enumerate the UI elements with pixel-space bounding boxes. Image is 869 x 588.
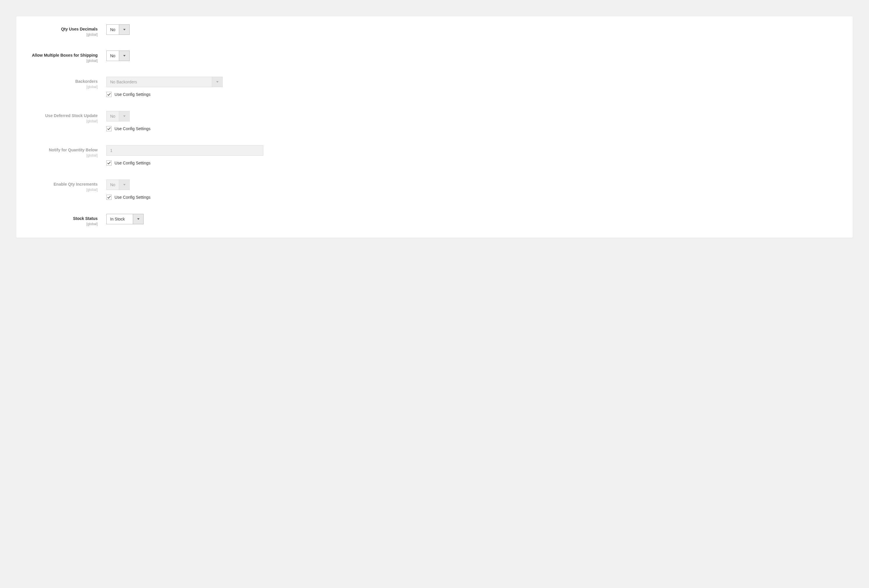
chevron-down-icon xyxy=(119,51,129,61)
use-config-label[interactable]: Use Config Settings xyxy=(114,126,151,131)
notify-qty-use-config: Use Config Settings xyxy=(106,160,269,166)
deferred-stock-use-config: Use Config Settings xyxy=(106,126,269,131)
chevron-down-icon xyxy=(212,77,222,87)
chevron-down-icon xyxy=(119,25,129,34)
field-scope: [global] xyxy=(28,188,98,192)
field-backorders: Backorders [global] No Backorders Use Co… xyxy=(28,77,841,97)
enable-qty-use-config: Use Config Settings xyxy=(106,195,269,200)
select-value: No xyxy=(107,25,119,34)
field-stock-status: Stock Status [global] In Stock xyxy=(28,214,841,226)
chevron-down-icon xyxy=(119,180,129,190)
control-col: No xyxy=(106,24,269,35)
backorders-select: No Backorders xyxy=(106,77,222,87)
field-label: Notify for Quantity Below xyxy=(28,147,98,153)
use-config-checkbox[interactable] xyxy=(106,92,111,97)
control-col: In Stock xyxy=(106,214,269,224)
control-col: Use Config Settings xyxy=(106,145,269,166)
control-col: No Backorders Use Config Settings xyxy=(106,77,269,97)
field-label: Enable Qty Increments xyxy=(28,182,98,187)
use-config-checkbox[interactable] xyxy=(106,126,111,131)
field-label: Allow Multiple Boxes for Shipping xyxy=(28,53,98,58)
field-enable-qty-increments: Enable Qty Increments [global] No Use Co… xyxy=(28,179,841,200)
field-label: Stock Status xyxy=(28,216,98,221)
enable-qty-increments-select: No xyxy=(106,179,130,190)
label-col: Backorders [global] xyxy=(28,77,106,89)
select-value: No xyxy=(107,51,119,61)
chevron-down-icon xyxy=(119,111,129,121)
field-scope: [global] xyxy=(28,59,98,63)
control-col: No Use Config Settings xyxy=(106,111,269,131)
deferred-stock-update-select: No xyxy=(106,111,130,121)
field-scope: [global] xyxy=(28,222,98,226)
label-col: Notify for Quantity Below [global] xyxy=(28,145,106,157)
select-value: In Stock xyxy=(107,214,133,224)
field-label: Backorders xyxy=(28,79,98,84)
field-scope: [global] xyxy=(28,33,98,37)
select-value: No Backorders xyxy=(107,77,212,87)
field-scope: [global] xyxy=(28,153,98,157)
stock-status-select[interactable]: In Stock xyxy=(106,214,144,224)
label-col: Qty Uses Decimals [global] xyxy=(28,24,106,37)
control-col: No xyxy=(106,50,269,61)
field-notify-qty-below: Notify for Quantity Below [global] Use C… xyxy=(28,145,841,166)
chevron-down-icon xyxy=(133,214,143,224)
select-value: No xyxy=(107,180,119,190)
field-allow-multiple-boxes: Allow Multiple Boxes for Shipping [globa… xyxy=(28,50,841,63)
field-label: Qty Uses Decimals xyxy=(28,27,98,32)
allow-multiple-boxes-select[interactable]: No xyxy=(106,50,130,61)
field-scope: [global] xyxy=(28,119,98,123)
label-col: Allow Multiple Boxes for Shipping [globa… xyxy=(28,50,106,63)
label-col: Stock Status [global] xyxy=(28,214,106,226)
use-config-label[interactable]: Use Config Settings xyxy=(114,92,151,97)
backorders-use-config: Use Config Settings xyxy=(106,92,269,97)
label-col: Use Deferred Stock Update [global] xyxy=(28,111,106,123)
control-col: No Use Config Settings xyxy=(106,179,269,200)
qty-uses-decimals-select[interactable]: No xyxy=(106,24,130,35)
select-value: No xyxy=(107,111,119,121)
field-qty-uses-decimals: Qty Uses Decimals [global] No xyxy=(28,24,841,37)
use-config-label[interactable]: Use Config Settings xyxy=(114,161,151,165)
field-deferred-stock-update: Use Deferred Stock Update [global] No Us… xyxy=(28,111,841,131)
field-scope: [global] xyxy=(28,85,98,89)
use-config-checkbox[interactable] xyxy=(106,195,111,200)
inventory-settings-panel: Qty Uses Decimals [global] No Allow Mult… xyxy=(16,16,853,238)
use-config-label[interactable]: Use Config Settings xyxy=(114,195,151,200)
notify-qty-below-input xyxy=(106,145,263,156)
label-col: Enable Qty Increments [global] xyxy=(28,179,106,192)
field-label: Use Deferred Stock Update xyxy=(28,113,98,118)
use-config-checkbox[interactable] xyxy=(106,160,111,166)
